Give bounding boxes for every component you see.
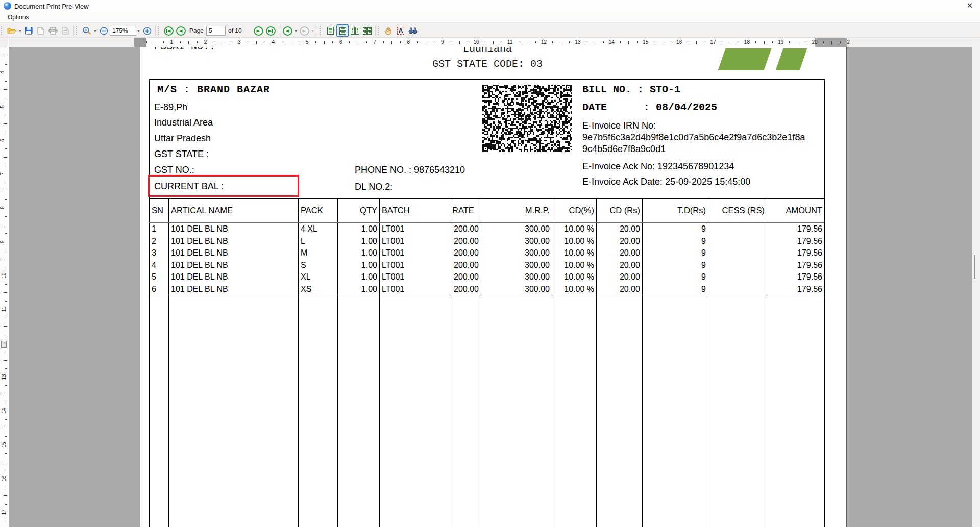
toolbar-grip [158, 26, 160, 35]
ruler-tick [595, 41, 595, 44]
ruler-tick [5, 335, 7, 335]
open-dropdown-caret[interactable]: ▾ [18, 29, 22, 33]
ruler-number: 9 [441, 39, 444, 45]
ruler-tick [493, 41, 494, 44]
party-name: M/S : BRAND BAZAR [157, 84, 270, 95]
table-header-cell: ARTICAL NAME [168, 199, 298, 222]
find-button[interactable] [407, 24, 419, 37]
table-cell: LT001 [379, 259, 450, 271]
zoom-level-caret[interactable]: ▾ [136, 29, 141, 33]
ruler-number: 2 [204, 39, 207, 45]
printer-icon [48, 27, 58, 35]
toolbar-grip [320, 26, 322, 35]
close-icon[interactable]: ✕ [964, 1, 976, 11]
ruler-tick [434, 41, 434, 43]
ruler-tick [4, 394, 7, 394]
table-cell: LT001 [379, 247, 450, 259]
ruler-tick [772, 41, 773, 43]
table-cell: 179.56 [767, 223, 824, 235]
vertical-scrollbar[interactable] [972, 38, 980, 527]
ruler-number: 6 [339, 39, 342, 45]
ruler-tick [485, 41, 485, 43]
ruler-tick [4, 428, 7, 428]
document-viewport[interactable]: FSSAI NO.: Ludhiana GST STATE CODE: 03 M… [9, 47, 972, 527]
hand-tool-button[interactable] [382, 24, 395, 37]
save-button[interactable] [22, 24, 35, 37]
ruler-tick [5, 487, 7, 487]
table-header-cell: AMOUNT [767, 199, 824, 222]
ruler-tick [5, 470, 7, 470]
previous-page-button[interactable]: ◀ [175, 24, 187, 37]
export-page-button[interactable] [35, 24, 47, 37]
ruler-tick [5, 284, 7, 285]
toolbar: ▾ [0, 22, 980, 38]
table-cell: 3 [149, 247, 168, 259]
next-page-button[interactable]: ▶ [252, 24, 264, 37]
table-cell: 10.00 % [552, 247, 596, 259]
table-cell: 101 DEL BL NB [168, 235, 298, 247]
toolbar-separator [155, 26, 156, 36]
toolbar-separator [74, 26, 74, 36]
select-text-icon: A [397, 27, 405, 35]
irn-value-line-2: 9c4b5d6e7f8a9c0d1 [582, 144, 666, 155]
ruler-tick [5, 267, 7, 267]
table-cell: 300.00 [481, 223, 552, 235]
ruler-number: 8 [407, 39, 410, 45]
first-page-button[interactable]: ◀ [162, 24, 175, 37]
view-multiple-pages-button[interactable] [361, 24, 373, 37]
ruler-tick [5, 368, 7, 369]
print-button[interactable] [47, 24, 59, 37]
address-line-3: Uttar Pradesh [154, 133, 211, 144]
irn-value-line-1: 9e7b5f6c3a2d4b9f8e1c0d7a5b6c4e2f9a7d6c3b… [582, 132, 805, 143]
ruler-tick [5, 81, 7, 82]
city-text: Ludhiana [439, 47, 536, 55]
ruler-tick [4, 259, 7, 259]
ruler-tick [391, 41, 392, 44]
ruler-tick [5, 352, 7, 352]
ruler-tick [4, 191, 7, 191]
table-cell: XL [298, 271, 337, 283]
table-cell: 300.00 [481, 283, 552, 295]
text-select-tool-button[interactable]: A [395, 24, 407, 37]
quick-print-button[interactable] [59, 24, 71, 37]
table-cell: 10.00 % [552, 259, 596, 271]
scrollbar-thumb[interactable] [974, 255, 975, 279]
open-document-button[interactable] [6, 24, 18, 37]
ruler-number: 7 [0, 172, 5, 175]
zoom-in-button[interactable] [141, 24, 153, 37]
table-cell: LT001 [379, 223, 450, 235]
table-cell: 20.00 [596, 235, 642, 247]
horizontal-ruler: 12345678910111213141516171819202 [9, 38, 972, 47]
ruler-tick [5, 233, 7, 234]
address-line-1: E-89,Ph [154, 102, 187, 113]
gst-state-code-text: GST STATE CODE: 03 [385, 58, 590, 70]
menu-options[interactable]: Options [5, 13, 31, 21]
table-cell: S [298, 259, 337, 271]
navigate-back-button[interactable]: ◀ [281, 24, 293, 37]
table-column-line [824, 198, 825, 527]
zoom-tool-button[interactable] [81, 24, 93, 37]
navigate-forward-caret[interactable]: ▾ [310, 29, 315, 33]
view-single-page-button[interactable] [324, 24, 336, 37]
view-continuous-button[interactable] [336, 24, 349, 37]
table-cell: 300.00 [481, 271, 552, 283]
table-cell: 179.56 [767, 271, 824, 283]
zoom-out-button[interactable] [97, 24, 110, 37]
ruler-number: 17 [710, 39, 716, 45]
ruler-tick [349, 41, 350, 43]
table-header-cell: T.D(Rs) [642, 199, 708, 222]
zoom-level-input[interactable] [110, 26, 136, 36]
table-header-cell: PACK [298, 199, 337, 222]
ruler-tick [5, 115, 7, 115]
last-page-button[interactable]: ▶ [264, 24, 277, 37]
zoom-tool-caret[interactable]: ▾ [93, 29, 97, 33]
navigate-back-caret[interactable]: ▾ [293, 29, 298, 33]
view-facing-button[interactable] [349, 24, 361, 37]
navigate-forward-button[interactable]: ▶ [298, 24, 310, 37]
table-cell: 1.00 [337, 247, 379, 259]
page-number-input[interactable] [206, 26, 226, 36]
table-cell: 10.00 % [552, 271, 596, 283]
ruler-origin-block [134, 38, 146, 47]
ruler-tick [705, 41, 705, 43]
ruler-tick [831, 41, 832, 44]
